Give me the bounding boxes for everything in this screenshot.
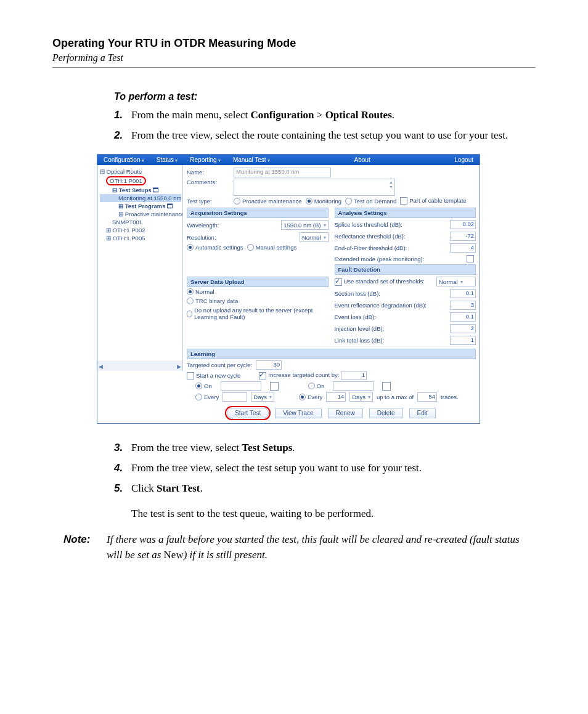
menubar: Configuration Status Reporting Manual Te… — [97, 155, 480, 165]
resolution-label: Resolution: — [187, 234, 216, 241]
view-trace-button[interactable]: View Trace — [275, 408, 321, 418]
header-rule — [52, 67, 536, 68]
step-4: 4. From the tree view, select the test s… — [114, 461, 523, 476]
tree-test-setups[interactable]: ⊟ Test Setups 🗔 — [100, 186, 181, 194]
tree-p005[interactable]: ⊞ OTH:1 P005 — [100, 234, 181, 242]
extended-checkbox[interactable] — [467, 255, 474, 262]
eof-input[interactable]: 4 — [450, 243, 476, 253]
radio-monitoring[interactable]: Monitoring — [306, 198, 341, 205]
step-number: 4. — [114, 461, 131, 476]
procedure-heading: To perform a test: — [114, 91, 523, 102]
every-left-unit[interactable]: Days — [251, 392, 274, 402]
injection-input[interactable]: 2 — [450, 324, 476, 333]
upload-header: Server Data Upload — [187, 277, 329, 287]
chk-start-cycle[interactable]: Start a new cycle — [187, 372, 240, 379]
radio-on-left[interactable]: On — [195, 383, 212, 389]
tree-monitoring[interactable]: Monitoring at 1550.0 nm — [100, 194, 181, 202]
tree-proactive[interactable]: ⊞ Proactive maintenance at — [100, 210, 181, 218]
acquisition-header: Acquisition Settings — [187, 208, 329, 218]
reflectance-input[interactable]: -72 — [450, 232, 476, 241]
tree-snmp[interactable]: SNMPT001 — [100, 218, 181, 226]
increase-input[interactable]: 1 — [341, 371, 367, 380]
targeted-input[interactable]: 30 — [256, 360, 282, 370]
menu-reporting[interactable]: Reporting — [184, 155, 227, 165]
on-date-left[interactable] — [221, 381, 261, 391]
tree-p002[interactable]: ⊞ OTH:1 P002 — [100, 226, 181, 234]
every-right-input[interactable]: 14 — [326, 392, 346, 402]
step-1: 1. From the main menu, select Configurat… — [114, 108, 523, 123]
fault-header: Fault Detection — [335, 264, 476, 275]
menu-about[interactable]: About — [276, 155, 449, 165]
analysis-header: Analysis Settings — [335, 208, 476, 218]
app-screenshot: Configuration Status Reporting Manual Te… — [97, 154, 480, 424]
chapter-title: Operating Your RTU in OTDR Measuring Mod… — [52, 37, 536, 50]
section-title: Performing a Test — [52, 52, 536, 63]
tree-test-programs[interactable]: ⊞ Test Programs 🗔 — [100, 202, 181, 210]
radio-ondemand[interactable]: Test on Demand — [345, 198, 396, 205]
tree-p001[interactable]: OTH:1 P001 — [100, 176, 181, 186]
step-number: 3. — [114, 441, 131, 455]
step-number: 5. — [114, 482, 131, 496]
button-bar: Start Test View Trace Renew Delete Edit — [187, 408, 476, 418]
step-2: 2. From the tree view, select the route … — [114, 129, 523, 143]
chk-template[interactable]: Part of cable template — [400, 197, 466, 205]
tree-view[interactable]: ⊟ Optical Route OTH:1 P001 ⊟ Test Setups… — [97, 165, 183, 371]
evt-loss-input[interactable]: 0.1 — [450, 312, 476, 322]
uptomax-input[interactable]: 54 — [417, 392, 437, 402]
menu-manual-test[interactable]: Manual Test — [227, 155, 276, 165]
calendar-icon[interactable] — [270, 382, 279, 391]
renew-button[interactable]: Renew — [328, 408, 363, 418]
delete-button[interactable]: Delete — [369, 408, 403, 418]
name-label: Name: — [187, 169, 230, 176]
comments-label: Comments: — [187, 179, 230, 185]
step-5: 5. Click Start Test. — [114, 482, 523, 496]
radio-upload-none[interactable]: Do not upload any result to the server (… — [187, 307, 329, 320]
testtype-label: Test type: — [187, 198, 230, 205]
edit-button[interactable]: Edit — [409, 408, 436, 418]
radio-proactive[interactable]: Proactive maintenance — [234, 198, 302, 205]
name-input[interactable]: Monitoring at 1550.0 nm — [234, 168, 331, 177]
wavelength-dropdown[interactable]: 1550.0 nm (B) — [281, 220, 328, 230]
note-label: Note: — [63, 532, 107, 562]
section-loss-input[interactable]: 0.1 — [450, 289, 476, 298]
menu-logout[interactable]: Logout — [448, 155, 480, 165]
step-3: 3. From the tree view, select Test Setup… — [114, 441, 523, 455]
radio-on-right[interactable]: On — [308, 383, 325, 389]
start-test-button[interactable]: Start Test — [227, 408, 269, 418]
splice-loss-input[interactable]: 0.02 — [450, 220, 476, 229]
tree-root[interactable]: ⊟ Optical Route — [100, 168, 181, 176]
radio-upload-normal[interactable]: Normal — [187, 288, 214, 295]
radio-every-left[interactable]: Every — [195, 394, 219, 400]
use-std-dropdown[interactable]: Normal — [436, 277, 476, 286]
step-number: 2. — [114, 129, 131, 143]
evt-refl-input[interactable]: 3 — [450, 301, 476, 310]
use-std-checkbox[interactable] — [335, 278, 342, 286]
wavelength-label: Wavelength: — [187, 222, 219, 229]
calendar-icon[interactable] — [382, 382, 391, 391]
every-left-input[interactable] — [223, 392, 247, 402]
tree-scrollbar[interactable]: ◀▶ — [97, 362, 182, 371]
every-right-unit[interactable]: Days — [349, 392, 373, 402]
on-date-right[interactable] — [333, 381, 374, 391]
learning-header: Learning — [187, 349, 476, 359]
step-number: 1. — [114, 108, 131, 123]
resolution-dropdown[interactable]: Normal — [300, 232, 329, 242]
radio-manual[interactable]: Manual settings — [247, 244, 297, 251]
menu-status[interactable]: Status — [150, 155, 184, 165]
radio-every-right[interactable]: Every — [299, 394, 322, 400]
chk-increase[interactable]: Increase targeted count by: 1 — [259, 371, 367, 380]
menu-configuration[interactable]: Configuration — [97, 155, 150, 165]
link-total-input[interactable]: 1 — [450, 336, 476, 345]
note-block: Note: If there was a fault before you st… — [63, 532, 536, 562]
comments-input[interactable] — [234, 179, 395, 196]
radio-upload-trc[interactable]: TRC binary data — [187, 298, 238, 304]
procedure-result: The test is sent to the test queue, wait… — [131, 507, 523, 521]
radio-auto[interactable]: Automatic settings — [187, 244, 243, 251]
form-panel: Name: Monitoring at 1550.0 nm Comments: … — [183, 165, 480, 423]
